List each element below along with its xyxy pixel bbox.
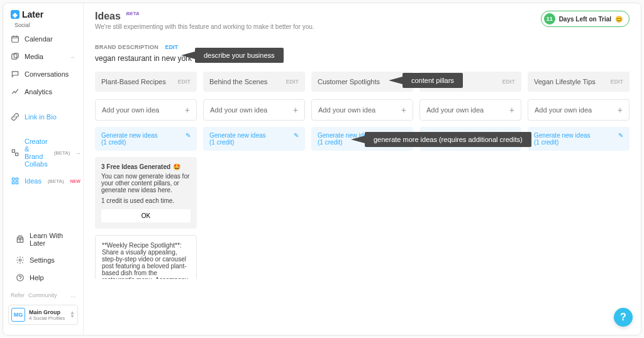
add-idea-button[interactable]: Add your own idea + bbox=[528, 99, 630, 121]
nav-help[interactable]: Help bbox=[12, 270, 74, 286]
nav-label: Media bbox=[25, 53, 43, 60]
idea-text: **Weekly Recipe Spotlight**: Share a vis… bbox=[102, 242, 190, 279]
add-idea-label: Add your own idea bbox=[318, 106, 375, 114]
beta-tag: (BETA) bbox=[54, 150, 70, 156]
pillar-header[interactable]: Behind the Scenes EDIT bbox=[203, 72, 305, 92]
help-fab[interactable]: ? bbox=[614, 308, 633, 327]
wand-icon: ✎ bbox=[618, 132, 623, 139]
refer-link[interactable]: Refer bbox=[11, 292, 25, 298]
page-subtitle: We're still experimenting with this feat… bbox=[95, 23, 314, 30]
pillar-header[interactable]: Plant-Based Recipes EDIT bbox=[95, 72, 197, 92]
calendar-icon bbox=[11, 35, 19, 43]
gen-line2: (1 credit) bbox=[101, 139, 158, 146]
community-link[interactable]: Community bbox=[28, 292, 57, 298]
pillar-column: ces EDIT Add your own idea + Generate ne… bbox=[419, 72, 521, 279]
brand-section: BRAND DESCRIPTION EDIT vegan restaurant … bbox=[95, 40, 630, 63]
group-name: Main Group bbox=[29, 309, 65, 315]
pillar-edit[interactable]: EDIT bbox=[502, 79, 515, 85]
plus-icon: + bbox=[293, 105, 298, 115]
add-idea-label: Add your own idea bbox=[426, 106, 484, 114]
nav-media[interactable]: Media → bbox=[7, 48, 79, 65]
add-idea-button[interactable]: Add your own idea + bbox=[95, 99, 197, 121]
nav-label: Calendar bbox=[25, 35, 53, 43]
generate-ideas-button[interactable]: Generate new ideas (1 credit) ✎ bbox=[528, 127, 630, 151]
nav-collabs[interactable]: Creator & Brand Collabs (BETA) → bbox=[7, 134, 79, 172]
nav-calendar[interactable]: Calendar bbox=[7, 31, 79, 47]
nav-settings[interactable]: Settings bbox=[12, 252, 74, 268]
nav-label: Learn With Later bbox=[30, 232, 70, 247]
main: Ideas BETA We're still experimenting wit… bbox=[84, 3, 641, 335]
trial-text: Days Left on Trial bbox=[559, 16, 611, 23]
plus-icon: + bbox=[618, 105, 623, 115]
pillar-edit[interactable]: EDIT bbox=[610, 79, 623, 85]
idea-card[interactable]: **Weekly Recipe Spotlight**: Share a vis… bbox=[95, 235, 197, 279]
gen-line2: (1 credit) bbox=[534, 139, 591, 146]
svg-rect-1 bbox=[12, 54, 17, 59]
nav-learn[interactable]: Learn With Later bbox=[12, 228, 74, 251]
svg-rect-6 bbox=[16, 178, 18, 180]
add-idea-button[interactable]: Add your own idea + bbox=[203, 99, 305, 121]
nav-conversations[interactable]: Conversations bbox=[7, 66, 79, 82]
nav-label: Conversations bbox=[25, 70, 69, 78]
nav-linkinbio[interactable]: Link in Bio bbox=[7, 109, 79, 125]
annotation-text: describe your business bbox=[204, 52, 275, 59]
pillar-header[interactable]: Vegan Lifestyle Tips EDIT bbox=[528, 72, 630, 92]
svg-point-11 bbox=[17, 275, 24, 281]
gen-line1: Generate new ideas bbox=[534, 132, 591, 139]
gen-line1: Generate new ideas bbox=[101, 132, 158, 139]
nav-label: Ideas bbox=[25, 177, 42, 185]
annotation: describe your business bbox=[195, 48, 284, 63]
updown-icon: ▲▼ bbox=[70, 311, 75, 319]
plus-icon: + bbox=[509, 105, 514, 115]
generate-ideas-button[interactable]: Generate new ideas (1 credit) ✎ bbox=[95, 127, 197, 151]
svg-rect-0 bbox=[12, 36, 19, 42]
add-idea-button[interactable]: Add your own idea + bbox=[311, 99, 413, 121]
brand-description: vegan restaurant in new york bbox=[95, 54, 630, 63]
chevron-right-icon: → bbox=[75, 150, 81, 156]
page-title: Ideas bbox=[95, 11, 121, 22]
annotation: content pillars bbox=[402, 73, 463, 88]
more-dots-icon[interactable]: ... bbox=[70, 292, 75, 298]
collab-icon bbox=[11, 148, 19, 157]
brand-edit-link[interactable]: EDIT bbox=[165, 44, 179, 50]
pillar-edit[interactable]: EDIT bbox=[286, 79, 299, 85]
nav-ideas[interactable]: Ideas (BETA) NEW bbox=[7, 173, 79, 189]
add-idea-button[interactable]: Add your own idea + bbox=[419, 99, 521, 121]
analytics-icon bbox=[11, 87, 19, 96]
pillar-column: Customer Spotlights Add your own idea + … bbox=[311, 72, 413, 279]
emoji-icon: 😊 bbox=[615, 16, 623, 23]
ok-button[interactable]: OK bbox=[101, 209, 191, 222]
generate-ideas-button[interactable]: Generate new ideas (1 credit) ✎ bbox=[203, 127, 305, 151]
sidebar: ◆ Later Social Calendar Media → Conversa… bbox=[3, 3, 84, 335]
svg-rect-5 bbox=[12, 178, 14, 180]
plus-icon: + bbox=[185, 105, 190, 115]
info-card: 3 Free Ideas Generated 🤩 You can now gen… bbox=[95, 157, 197, 229]
trial-days: 11 bbox=[544, 13, 555, 25]
pillar-name: Behind the Scenes bbox=[209, 78, 267, 85]
chat-icon bbox=[11, 70, 19, 79]
chevron-right-icon: → bbox=[69, 53, 75, 60]
new-tag: NEW bbox=[70, 179, 80, 183]
plus-icon: + bbox=[401, 105, 406, 115]
trial-badge[interactable]: 11 Days Left on Trial 😊 bbox=[541, 11, 630, 27]
pillar-name: Plant-Based Recipes bbox=[101, 78, 166, 85]
logo-icon: ◆ bbox=[11, 10, 19, 19]
add-idea-label: Add your own idea bbox=[535, 106, 592, 114]
pillar-column: Plant-Based Recipes EDIT Add your own id… bbox=[95, 72, 197, 279]
svg-rect-4 bbox=[16, 153, 18, 156]
pillar-edit[interactable]: EDIT bbox=[177, 79, 191, 85]
nav-label: Creator & Brand Collabs bbox=[25, 138, 48, 168]
pillar-column: Behind the Scenes EDIT Add your own idea… bbox=[203, 72, 305, 279]
nav-label: Analytics bbox=[25, 88, 52, 95]
nav-label: Link in Bio bbox=[25, 113, 57, 121]
gear-icon bbox=[16, 256, 25, 264]
nav-analytics[interactable]: Analytics bbox=[7, 84, 79, 100]
annotation-text: generate more ideas (requires additional… bbox=[374, 136, 523, 143]
annotation-text: content pillars bbox=[411, 77, 454, 84]
emoji-icon: 🤩 bbox=[173, 163, 180, 170]
group-switcher[interactable]: MG Main Group 4 Social Profiles ▲▼ bbox=[8, 305, 78, 325]
pillar-name: Vegan Lifestyle Tips bbox=[534, 78, 596, 85]
ideas-icon bbox=[11, 177, 19, 185]
brand-label: BRAND DESCRIPTION bbox=[95, 44, 158, 50]
beta-badge: BETA bbox=[126, 11, 139, 16]
